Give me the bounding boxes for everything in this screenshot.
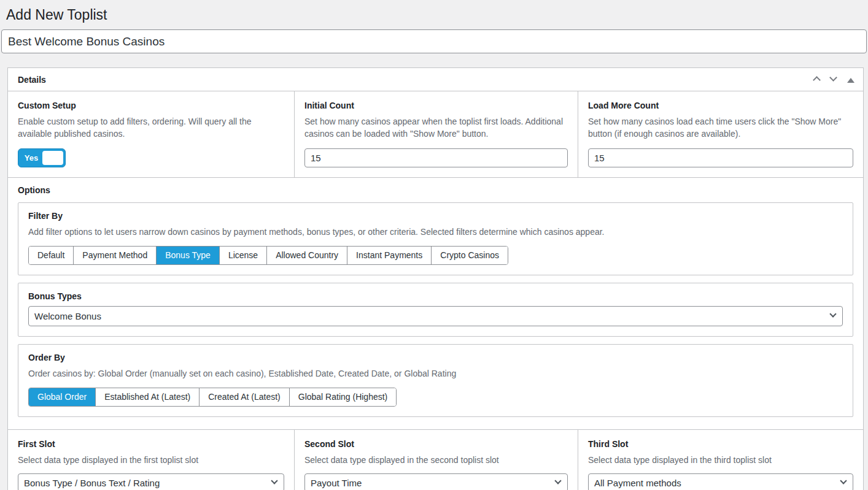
order-button-created-at[interactable]: Created At (Latest) bbox=[199, 388, 289, 406]
filter-by-description: Add filter options to let users narrow d… bbox=[28, 226, 843, 238]
second-slot-select[interactable]: Payout Time bbox=[304, 473, 568, 490]
filter-by-label: Filter By bbox=[28, 211, 843, 221]
filter-button-instant-payments[interactable]: Instant Payments bbox=[347, 247, 431, 264]
first-slot-description: Select data type displayed in the first … bbox=[18, 454, 284, 466]
third-slot-select[interactable]: All Payment methods bbox=[588, 473, 853, 490]
order-by-box: Order By Order casinos by: Global Order … bbox=[18, 344, 853, 417]
order-button-global-order[interactable]: Global Order bbox=[29, 388, 95, 406]
second-slot-description: Select data type displayed in the second… bbox=[304, 454, 568, 466]
first-slot-section: First Slot Select data type displayed in… bbox=[8, 430, 294, 490]
second-slot-section: Second Slot Select data type displayed i… bbox=[294, 430, 578, 490]
page-title: Add New Toplist bbox=[6, 6, 868, 25]
first-slot-select-wrap: Bonus Type / Bonus Text / Rating bbox=[18, 473, 284, 490]
filter-button-default[interactable]: Default bbox=[29, 247, 73, 264]
order-by-button-group: Global Order Established At (Latest) Cre… bbox=[28, 388, 397, 407]
bonus-types-select[interactable]: Welcome Bonus bbox=[28, 306, 843, 326]
move-up-button[interactable] bbox=[814, 74, 820, 85]
custom-setup-description: Enable custom setup to add filters, orde… bbox=[18, 115, 284, 140]
counts-row: Custom Setup Enable custom setup to add … bbox=[8, 91, 863, 178]
second-slot-select-wrap: Payout Time bbox=[304, 473, 568, 490]
order-button-established-at[interactable]: Established At (Latest) bbox=[95, 388, 199, 406]
details-panel-header[interactable]: Details bbox=[8, 68, 863, 91]
third-slot-label: Third Slot bbox=[588, 439, 853, 449]
initial-count-description: Set how many casinos appear when the top… bbox=[304, 115, 568, 140]
details-panel: Details Custom Setup Enable custom setup… bbox=[7, 67, 864, 490]
chevron-up-icon bbox=[813, 76, 821, 84]
load-more-count-section: Load More Count Set how many casinos loa… bbox=[578, 91, 863, 177]
initial-count-label: Initial Count bbox=[304, 101, 568, 110]
bonus-types-select-wrap: Welcome Bonus bbox=[28, 306, 843, 326]
load-more-count-input[interactable] bbox=[588, 148, 853, 167]
third-slot-select-wrap: All Payment methods bbox=[588, 473, 853, 490]
custom-setup-section: Custom Setup Enable custom setup to add … bbox=[8, 91, 294, 177]
options-section: Options Filter By Add filter options to … bbox=[8, 178, 863, 430]
custom-setup-toggle[interactable]: Yes bbox=[18, 148, 66, 167]
third-slot-description: Select data type displayed in the third … bbox=[588, 454, 853, 466]
bonus-types-box: Bonus Types Welcome Bonus bbox=[18, 283, 853, 337]
filter-button-bonus-type[interactable]: Bonus Type bbox=[156, 247, 219, 264]
load-more-count-label: Load More Count bbox=[588, 101, 853, 110]
slots-row: First Slot Select data type displayed in… bbox=[8, 429, 863, 490]
filter-by-box: Filter By Add filter options to let user… bbox=[18, 202, 853, 275]
order-by-label: Order By bbox=[28, 353, 843, 362]
third-slot-section: Third Slot Select data type displayed in… bbox=[578, 430, 863, 490]
chevron-down-icon bbox=[829, 74, 837, 82]
bonus-types-label: Bonus Types bbox=[28, 291, 843, 301]
load-more-count-description: Set how many casinos load each time user… bbox=[588, 115, 853, 140]
first-slot-select[interactable]: Bonus Type / Bonus Text / Rating bbox=[18, 473, 284, 490]
details-panel-title: Details bbox=[18, 75, 46, 85]
toggle-knob bbox=[42, 151, 63, 165]
initial-count-input[interactable] bbox=[304, 148, 568, 167]
second-slot-label: Second Slot bbox=[304, 439, 568, 449]
options-label: Options bbox=[18, 185, 853, 195]
first-slot-label: First Slot bbox=[18, 439, 284, 449]
filter-button-license[interactable]: License bbox=[219, 247, 266, 264]
toplist-title-input[interactable] bbox=[1, 29, 867, 53]
filter-button-allowed-country[interactable]: Allowed Country bbox=[266, 247, 347, 264]
order-by-description: Order casinos by: Global Order (manually… bbox=[28, 367, 843, 380]
move-down-button[interactable] bbox=[831, 74, 836, 85]
filter-button-payment-method[interactable]: Payment Method bbox=[73, 247, 156, 264]
panel-header-actions bbox=[814, 74, 854, 85]
filter-button-crypto-casinos[interactable]: Crypto Casinos bbox=[431, 247, 508, 264]
filter-by-button-group: Default Payment Method Bonus Type Licens… bbox=[28, 246, 508, 265]
custom-setup-toggle-label: Yes bbox=[18, 149, 44, 167]
initial-count-section: Initial Count Set how many casinos appea… bbox=[294, 91, 578, 177]
custom-setup-label: Custom Setup bbox=[18, 101, 284, 110]
triangle-up-icon bbox=[847, 78, 854, 83]
order-button-global-rating[interactable]: Global Rating (Highest) bbox=[289, 388, 397, 406]
collapse-panel-button[interactable] bbox=[847, 74, 854, 85]
